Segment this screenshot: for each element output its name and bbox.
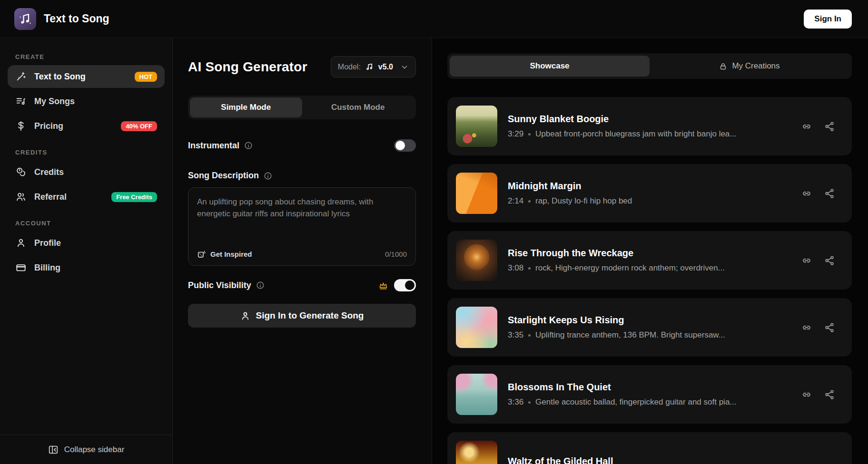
dollar-icon xyxy=(15,120,27,132)
song-duration: 3:29 xyxy=(508,129,523,139)
dot-separator xyxy=(528,334,531,337)
dot-separator xyxy=(528,267,531,270)
generator-panel: AI Song Generator Model: v5.0 Simple Mod… xyxy=(173,38,432,464)
music-note-icon xyxy=(365,62,374,71)
model-selector[interactable]: Model: v5.0 xyxy=(331,56,416,77)
info-icon[interactable] xyxy=(264,172,272,180)
song-description: Uplifting trance anthem, 136 BPM. Bright… xyxy=(535,330,725,340)
sidebar-section-credits: CREDITS xyxy=(15,149,157,156)
tab-simple-mode[interactable]: Simple Mode xyxy=(190,97,302,117)
tab-showcase[interactable]: Showcase xyxy=(450,56,650,77)
sidebar-item-label: Billing xyxy=(34,263,157,273)
app-logo xyxy=(14,8,36,30)
tab-custom-mode[interactable]: Custom Mode xyxy=(302,97,414,117)
tab-my-creations[interactable]: My Creations xyxy=(650,56,849,77)
get-inspired-label: Get Inspired xyxy=(210,250,252,258)
dot-separator xyxy=(528,401,531,404)
share-icon[interactable] xyxy=(824,188,835,199)
user-icon xyxy=(15,237,27,249)
sidebar-item-label: Pricing xyxy=(34,121,113,131)
sidebar-nav: CREATE Text to Song HOT xyxy=(0,38,172,435)
credit-card-icon xyxy=(15,262,27,273)
song-description-box: Get Inspired 0/1000 xyxy=(188,187,416,266)
sidebar-item-my-songs[interactable]: My Songs xyxy=(8,90,165,113)
song-thumbnail xyxy=(456,240,497,281)
sidebar-item-referral[interactable]: Referral Free Credits xyxy=(8,185,165,208)
sidebar-item-label: Referral xyxy=(34,192,104,202)
song-duration: 2:14 xyxy=(508,196,523,206)
copy-link-icon[interactable] xyxy=(801,322,812,333)
sidebar-item-label: Text to Song xyxy=(34,72,127,82)
song-card[interactable]: Starlight Keeps Us Rising 3:35 Uplifting… xyxy=(447,298,852,357)
model-label: Model: xyxy=(338,63,361,71)
instrumental-label: Instrumental xyxy=(188,141,239,151)
song-title: Sunny Blanket Boogie xyxy=(508,114,801,125)
tab-my-creations-label: My Creations xyxy=(732,61,779,71)
sign-in-button[interactable]: Sign In xyxy=(804,10,852,29)
song-duration: 3:08 xyxy=(508,263,523,273)
model-value: v5.0 xyxy=(378,63,393,71)
song-card[interactable]: Waltz of the Gilded Hall xyxy=(447,432,852,464)
song-card[interactable]: Midnight Margin 2:14 rap, Dusty lo-fi hi… xyxy=(447,164,852,222)
sidebar: CREATE Text to Song HOT xyxy=(0,38,173,464)
panel-collapse-icon xyxy=(48,445,59,455)
music-note-logo-icon xyxy=(19,12,32,26)
song-card[interactable]: Sunny Blanket Boogie 3:29 Upbeat front-p… xyxy=(447,97,852,155)
sidebar-item-label: My Songs xyxy=(34,97,157,106)
song-thumbnail xyxy=(456,374,497,415)
copy-link-icon[interactable] xyxy=(801,255,812,266)
sidebar-section-create: CREATE xyxy=(15,53,157,60)
share-icon[interactable] xyxy=(824,322,835,333)
user-icon xyxy=(240,311,250,321)
share-icon[interactable] xyxy=(824,255,835,266)
share-icon[interactable] xyxy=(824,389,835,400)
sidebar-item-profile[interactable]: Profile xyxy=(8,232,165,254)
copy-link-icon[interactable] xyxy=(801,121,812,132)
sidebar-item-credits[interactable]: Credits xyxy=(8,161,165,184)
showcase-panel: Showcase My Creations Sunny Blanket Boog… xyxy=(432,38,868,464)
song-thumbnail xyxy=(456,441,497,464)
dot-separator xyxy=(528,133,531,135)
public-visibility-toggle[interactable] xyxy=(394,279,416,291)
mode-tabs: Simple Mode Custom Mode xyxy=(188,96,416,119)
dot-separator xyxy=(528,200,531,203)
song-card[interactable]: Blossoms In The Quiet 3:36 Gentle acoust… xyxy=(447,365,852,424)
coins-icon xyxy=(15,166,27,178)
song-list: Sunny Blanket Boogie 3:29 Upbeat front-p… xyxy=(447,97,852,464)
free-credits-badge: Free Credits xyxy=(111,192,157,202)
content-shell: CREATE Text to Song HOT xyxy=(0,38,868,464)
collapse-sidebar-label: Collapse sidebar xyxy=(64,445,125,454)
sidebar-section-account: ACCOUNT xyxy=(15,220,157,227)
song-duration: 3:36 xyxy=(508,397,523,407)
info-icon[interactable] xyxy=(244,141,253,150)
wand-icon xyxy=(15,71,27,82)
public-visibility-label: Public Visibility xyxy=(188,280,251,290)
song-thumbnail xyxy=(456,106,497,147)
instrumental-toggle[interactable] xyxy=(394,139,416,152)
song-description: Upbeat front-porch bluegrass jam with br… xyxy=(535,129,736,139)
sidebar-item-text-to-song[interactable]: Text to Song HOT xyxy=(8,65,165,88)
copy-link-icon[interactable] xyxy=(801,389,812,400)
generate-song-label: Sign In to Generate Song xyxy=(256,310,364,321)
dice-icon xyxy=(197,250,206,259)
char-counter: 0/1000 xyxy=(385,250,407,258)
song-thumbnail xyxy=(456,307,497,348)
song-title: Midnight Margin xyxy=(508,181,801,192)
sidebar-item-pricing[interactable]: Pricing 40% OFF xyxy=(8,115,165,137)
generate-song-button[interactable]: Sign In to Generate Song xyxy=(188,304,416,328)
song-card[interactable]: Rise Through the Wreckage 3:08 rock, Hig… xyxy=(447,231,852,290)
share-icon[interactable] xyxy=(824,121,835,132)
song-thumbnail xyxy=(456,173,497,214)
collapse-sidebar-button[interactable]: Collapse sidebar xyxy=(0,435,172,464)
song-description-input[interactable] xyxy=(197,196,407,250)
app-root: Text to Song Sign In CREATE Text to Song… xyxy=(0,0,868,464)
generator-title: AI Song Generator xyxy=(188,59,307,75)
song-title: Rise Through the Wreckage xyxy=(508,248,801,259)
sidebar-item-billing[interactable]: Billing xyxy=(8,256,165,279)
page-title: Text to Song xyxy=(44,12,109,25)
copy-link-icon[interactable] xyxy=(801,188,812,199)
get-inspired-button[interactable]: Get Inspired xyxy=(197,250,252,259)
sidebar-item-label: Profile xyxy=(34,238,157,248)
info-icon[interactable] xyxy=(256,281,265,290)
showcase-tabs: Showcase My Creations xyxy=(447,53,852,79)
